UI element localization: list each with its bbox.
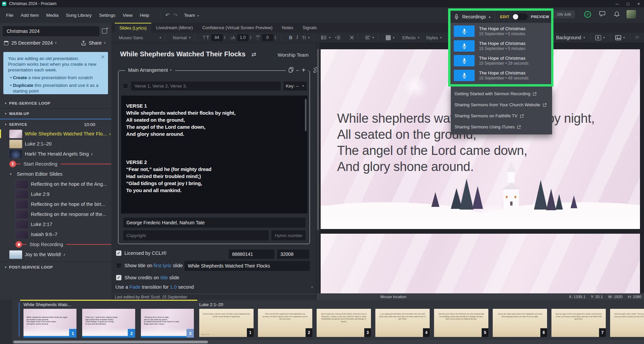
first-lyric-link[interactable]: first lyric bbox=[154, 263, 171, 268]
sidebar-item[interactable]: Hark! The Herald Angels Sing♪ bbox=[0, 149, 111, 159]
recordings-help-link[interactable]: Sharing Sermons Using iTunes bbox=[451, 121, 552, 132]
new-presentation-icon[interactable] bbox=[102, 28, 107, 34]
image-tool[interactable]: ▼ bbox=[615, 35, 626, 40]
tab-signals[interactable]: Signals bbox=[298, 23, 322, 33]
filmstrip-slide[interactable]: “Fear not,” said he (for mighty dread Ha… bbox=[82, 309, 135, 338]
user-avatar[interactable] bbox=[627, 10, 636, 18]
redo-icon[interactable]: ↷ bbox=[173, 12, 177, 18]
tab-notes[interactable]: Notes bbox=[277, 23, 298, 33]
arrangement-checkbox[interactable] bbox=[123, 83, 128, 89]
filmstrip-slide[interactable]: In those days a decree went out from Cae… bbox=[199, 309, 254, 337]
arrangement-input[interactable] bbox=[131, 81, 281, 91]
recording-item[interactable]: The Hope of Christmas15 September • 5 mi… bbox=[450, 39, 551, 53]
sidebar-section-post-service[interactable]: ▼POST-SERVICE LOOP bbox=[0, 263, 111, 272]
line-spacing-value[interactable]: 1.0 bbox=[237, 34, 249, 41]
filmstrip-slide[interactable]: And she gave birth to her firstborn son … bbox=[434, 309, 488, 337]
recordings-help-link[interactable]: Sharing Sermons from Your Church Website bbox=[451, 99, 552, 110]
menu-song-library[interactable]: Song Library bbox=[66, 13, 92, 18]
transition-duration-link[interactable]: 1.0 bbox=[170, 284, 177, 290]
sidebar-item[interactable]: Isaiah 9:6–7 bbox=[0, 230, 111, 239]
ccli-number-input[interactable] bbox=[229, 249, 274, 259]
alignment-dropdown[interactable]: ▼ bbox=[365, 36, 375, 40]
filmstrip-slide[interactable]: And the angel said to them, “Fear not, f… bbox=[610, 309, 644, 337]
tab-slides-lyrics[interactable]: Slides (Lyrics) bbox=[115, 23, 151, 33]
on-air-button[interactable]: ON AIR bbox=[553, 10, 575, 18]
swap-arrangement-icon[interactable]: ⇄ bbox=[252, 51, 256, 58]
filmstrip-slide[interactable]: And in the same region there were shephe… bbox=[493, 309, 547, 337]
bell-icon[interactable] bbox=[614, 11, 620, 17]
filmstrip-slide[interactable]: While shepherds watched their flocks by … bbox=[23, 309, 76, 338]
status-check-icon[interactable]: ✓ bbox=[584, 11, 591, 18]
edit-preview-toggle[interactable] bbox=[512, 13, 528, 20]
letter-spacing-value[interactable]: 0 bbox=[262, 34, 273, 41]
sidebar-item[interactable]: While Shepherds Watched Their Flo...♪ bbox=[0, 129, 111, 138]
filmstrip-scrollbar-thumb[interactable] bbox=[13, 341, 208, 343]
clear-formatting-icon[interactable] bbox=[349, 35, 354, 40]
lyrics-editor[interactable]: VERSE 1 While shepherds watched their fl… bbox=[121, 96, 308, 214]
tab-livestream-mirror[interactable]: Livestream (Mirror) bbox=[151, 23, 198, 33]
refresh-icon[interactable]: ⟳ bbox=[635, 35, 639, 41]
effects-dropdown[interactable]: Effects▼ bbox=[402, 35, 420, 40]
text-color-swatch[interactable]: ▼ bbox=[386, 35, 395, 40]
sidebar-item[interactable]: Luke 2:9 bbox=[0, 189, 111, 199]
show-title-checkbox[interactable] bbox=[116, 263, 121, 268]
menu-file[interactable]: File bbox=[6, 13, 13, 18]
sidebar-item[interactable]: Reflecting on the hope of the birt... bbox=[0, 199, 111, 209]
styles-dropdown[interactable]: Styles▼ bbox=[426, 35, 442, 40]
bold-button[interactable]: B bbox=[289, 35, 292, 40]
menu-add-item[interactable]: Add Item bbox=[21, 13, 39, 18]
sidebar-item[interactable]: Stop Recording bbox=[0, 240, 111, 249]
recording-item[interactable]: The Hope of Christmas15 September • 29 s… bbox=[450, 53, 551, 68]
show-credits-checkbox[interactable]: ✓ bbox=[116, 275, 121, 280]
sidebar-item[interactable]: Luke 2:1–20 bbox=[0, 139, 111, 149]
sidebar-item[interactable]: Start Recording bbox=[0, 159, 111, 169]
bullet-list-dropdown[interactable]: ▼ bbox=[321, 35, 331, 40]
menu-media[interactable]: Media bbox=[46, 13, 59, 18]
recordings-button[interactable]: Recordings ▲ bbox=[450, 14, 495, 19]
italic-button[interactable]: I bbox=[297, 35, 298, 40]
ccli-checkbox[interactable]: ✓ bbox=[116, 250, 121, 256]
close-icon[interactable]: ✕ bbox=[101, 54, 105, 60]
text-case-dropdown[interactable]: Tt▼ bbox=[302, 35, 310, 40]
indent-icon[interactable] bbox=[335, 35, 340, 40]
add-arrangement-icon[interactable]: + bbox=[299, 66, 308, 74]
sidebar-item[interactable]: Reflecting on the hope of the Ang... bbox=[0, 179, 111, 189]
font-family-dropdown[interactable]: Museo Sans▼ bbox=[119, 35, 162, 40]
line-spacing-stepper[interactable]: ▲▼ bbox=[250, 36, 252, 40]
menu-team[interactable]: Team▼ bbox=[184, 13, 200, 18]
sidebar-section-warm-up[interactable]: ▼WARM-UP bbox=[0, 109, 111, 118]
recordings-help-link[interactable]: Sharing Sermons on Faithlife TV bbox=[451, 110, 552, 121]
filmstrip-slide[interactable]: And Joseph also went up from Galilee, fr… bbox=[317, 309, 371, 337]
presentation-title-input[interactable] bbox=[3, 26, 99, 36]
chevron-down-icon[interactable]: ▼ bbox=[311, 286, 314, 289]
recording-item[interactable]: The Hope of Christmas15 September • 5 mi… bbox=[450, 24, 551, 39]
recordings-help-link[interactable]: Getting Started with Sermon Recording bbox=[451, 88, 552, 99]
team-badge[interactable]: Worship Team bbox=[278, 52, 309, 58]
arrangement-dropdown[interactable]: Main Arrangement▼ bbox=[125, 67, 175, 73]
close-button[interactable]: ✕ bbox=[633, 0, 644, 7]
key-dropdown[interactable]: Key: --▼ bbox=[283, 81, 307, 91]
sidebar-item[interactable]: Luke 2:17 bbox=[0, 220, 111, 229]
filmstrip-slide[interactable]: And an angel of the Lord appeared to the… bbox=[551, 309, 606, 337]
share-button[interactable]: Share▼ bbox=[81, 40, 106, 46]
menu-view[interactable]: View bbox=[123, 13, 132, 18]
sidebar-section-service[interactable]: ▼SERVICE10:00 bbox=[0, 120, 111, 129]
sidebar-item[interactable]: Reflecting on the response of the... bbox=[0, 210, 111, 219]
sidebar-item[interactable]: ▼Sermon Editor Slides bbox=[0, 169, 111, 179]
copyright-input[interactable] bbox=[123, 230, 269, 240]
filmstrip-slide[interactable]: to be registered with Mary, his betrothe… bbox=[375, 309, 430, 337]
presentation-date-dropdown[interactable]: 25 December 2024▼ bbox=[4, 40, 57, 46]
transition-type-link[interactable]: Fade bbox=[129, 284, 141, 290]
menu-help[interactable]: Help bbox=[140, 13, 149, 18]
hymn-number-input[interactable] bbox=[271, 230, 306, 240]
font-size-value[interactable]: 84 bbox=[211, 34, 223, 41]
minimize-button[interactable]: — bbox=[612, 0, 623, 7]
filmstrip-slide[interactable]: “All glory be to God on high, And on the… bbox=[141, 309, 194, 338]
title-slide-text-input[interactable] bbox=[184, 261, 310, 271]
maximize-button[interactable]: ▢ bbox=[623, 0, 633, 7]
font-style-dropdown[interactable]: Normal▼ bbox=[173, 35, 191, 40]
sidebar-section-pre-service[interactable]: ▼PRE-SERVICE LOOP bbox=[0, 99, 111, 108]
next-slide-preview[interactable] bbox=[321, 234, 640, 293]
font-size-stepper[interactable]: ▲▼ bbox=[224, 36, 226, 40]
editor-scrollbar[interactable] bbox=[317, 49, 319, 230]
